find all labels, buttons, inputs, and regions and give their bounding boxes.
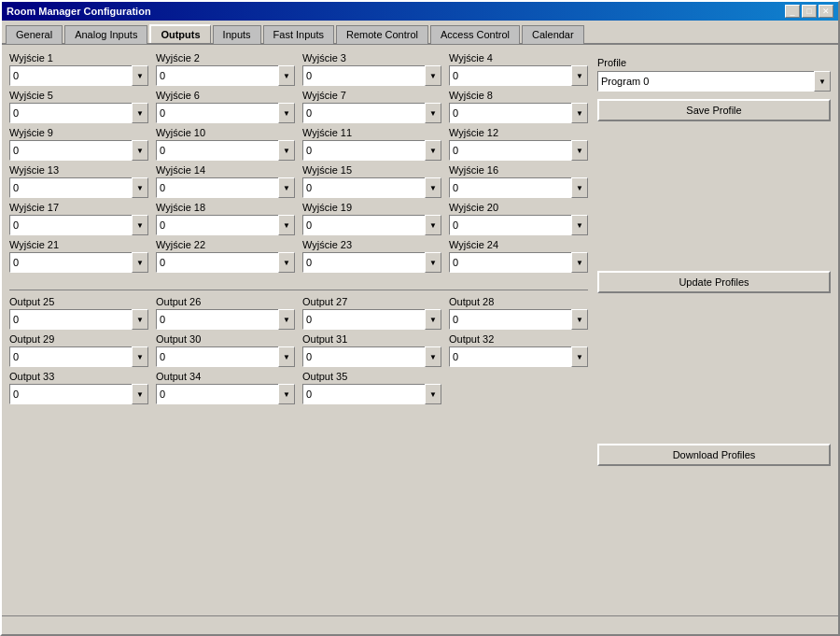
- left-panel: Wyjście 10▼Wyjście 20▼Wyjście 30▼Wyjście…: [9, 52, 588, 608]
- tab-fast-inputs[interactable]: Fast Inputs: [263, 25, 334, 44]
- output-select-13[interactable]: 0: [9, 177, 148, 198]
- main-window: Room Manager Configuration _ □ ✕ General…: [0, 0, 840, 636]
- output-label-26: Output 26: [156, 296, 295, 307]
- output-select-20[interactable]: 0: [449, 215, 588, 235]
- output-label-2: Wyjście 2: [156, 52, 295, 64]
- output-select-wrapper-11: 0▼: [302, 140, 441, 161]
- output-select-3[interactable]: 0: [302, 65, 441, 86]
- output-label-32: Output 32: [449, 333, 588, 345]
- output-select-wrapper-27: 0▼: [302, 309, 441, 330]
- output-label-12: Wyjście 12: [449, 127, 588, 138]
- output-select-2[interactable]: 0: [156, 65, 295, 86]
- output-select-27[interactable]: 0: [302, 309, 441, 330]
- output-select-wrapper-35: 0▼: [302, 384, 441, 404]
- output-select-wrapper-10: 0▼: [156, 140, 295, 161]
- output-select-29[interactable]: 0: [9, 346, 148, 367]
- output-label-4: Wyjście 4: [449, 52, 588, 64]
- output-select-35[interactable]: 0: [302, 384, 441, 404]
- output-select-12[interactable]: 0: [449, 140, 588, 161]
- download-profiles-button[interactable]: Download Profiles: [597, 444, 831, 466]
- output-select-14[interactable]: 0: [156, 177, 295, 198]
- output-select-15[interactable]: 0: [302, 177, 441, 198]
- output-select-11[interactable]: 0: [302, 140, 441, 161]
- output-item-24: Wyjście 240▼: [449, 239, 588, 273]
- profile-section: Profile Program 0 ▼: [597, 57, 831, 92]
- output-select-25[interactable]: 0: [9, 309, 148, 330]
- output-select-19[interactable]: 0: [302, 215, 441, 235]
- profile-select[interactable]: Program 0: [597, 71, 831, 92]
- output-select-wrapper-33: 0▼: [9, 384, 148, 404]
- output-select-17[interactable]: 0: [9, 215, 148, 235]
- output-select-wrapper-4: 0▼: [449, 65, 588, 86]
- output-item-34: Output 340▼: [156, 371, 295, 404]
- output-item-18: Wyjście 180▼: [156, 202, 295, 235]
- output-select-21[interactable]: 0: [9, 252, 148, 273]
- output-select-1[interactable]: 0: [9, 65, 148, 86]
- output-select-wrapper-21: 0▼: [9, 252, 148, 273]
- output-select-wrapper-15: 0▼: [302, 177, 441, 198]
- output-item-15: Wyjście 150▼: [302, 164, 441, 198]
- output-label-27: Output 27: [302, 296, 441, 307]
- output-label-8: Wyjście 8: [449, 90, 588, 101]
- output-label-24: Wyjście 24: [449, 239, 588, 250]
- output-select-18[interactable]: 0: [156, 215, 295, 235]
- output-select-9[interactable]: 0: [9, 140, 148, 161]
- output-select-4[interactable]: 0: [449, 65, 588, 86]
- tab-outputs[interactable]: Outputs: [149, 24, 210, 43]
- output-select-5[interactable]: 0: [9, 103, 148, 123]
- minimize-button[interactable]: _: [785, 5, 800, 18]
- maximize-button[interactable]: □: [802, 5, 817, 18]
- output-label-35: Output 35: [302, 371, 441, 382]
- output-select-28[interactable]: 0: [449, 309, 588, 330]
- output-select-10[interactable]: 0: [156, 140, 295, 161]
- output-select-34[interactable]: 0: [156, 384, 295, 404]
- output-select-22[interactable]: 0: [156, 252, 295, 273]
- output-label-20: Wyjście 20: [449, 202, 588, 213]
- output-select-32[interactable]: 0: [449, 346, 588, 367]
- tab-analog-inputs[interactable]: Analog Inputs: [64, 25, 147, 44]
- output-label-5: Wyjście 5: [9, 90, 148, 101]
- output-select-30[interactable]: 0: [156, 346, 295, 367]
- output-select-24[interactable]: 0: [449, 252, 588, 273]
- output-item-28: Output 280▼: [449, 296, 588, 330]
- output-item-19: Wyjście 190▼: [302, 202, 441, 235]
- right-panel: Profile Program 0 ▼ Save Profile Update …: [597, 52, 831, 608]
- output-select-wrapper-30: 0▼: [156, 346, 295, 367]
- output-select-6[interactable]: 0: [156, 103, 295, 123]
- window-title: Room Manager Configuration: [7, 6, 151, 17]
- output-select-16[interactable]: 0: [449, 177, 588, 198]
- output-select-31[interactable]: 0: [302, 346, 441, 367]
- output-select-8[interactable]: 0: [449, 103, 588, 123]
- output-select-7[interactable]: 0: [302, 103, 441, 123]
- tab-remote-control[interactable]: Remote Control: [336, 25, 428, 44]
- tab-calendar[interactable]: Calendar: [522, 25, 584, 44]
- close-button[interactable]: ✕: [819, 5, 833, 18]
- output-item-8: Wyjście 80▼: [449, 90, 588, 123]
- content-area: Wyjście 10▼Wyjście 20▼Wyjście 30▼Wyjście…: [2, 45, 838, 615]
- title-bar: Room Manager Configuration _ □ ✕: [2, 2, 838, 21]
- tab-inputs[interactable]: Inputs: [213, 25, 261, 44]
- output-select-26[interactable]: 0: [156, 309, 295, 330]
- output-label-19: Wyjście 19: [302, 202, 441, 213]
- output-select-wrapper-18: 0▼: [156, 215, 295, 235]
- save-profile-button[interactable]: Save Profile: [597, 99, 831, 121]
- output-select-23[interactable]: 0: [302, 252, 441, 273]
- output-select-wrapper-5: 0▼: [9, 103, 148, 123]
- output-item-14: Wyjście 140▼: [156, 164, 295, 198]
- output-label-31: Output 31: [302, 333, 441, 345]
- output-select-33[interactable]: 0: [9, 384, 148, 404]
- output-select-wrapper-17: 0▼: [9, 215, 148, 235]
- tab-access-control[interactable]: Access Control: [430, 25, 520, 44]
- output-label-6: Wyjście 6: [156, 90, 295, 101]
- update-profiles-button[interactable]: Update Profiles: [597, 271, 831, 293]
- output-item-35: Output 350▼: [302, 371, 441, 404]
- output-select-wrapper-16: 0▼: [449, 177, 588, 198]
- output-select-wrapper-3: 0▼: [302, 65, 441, 86]
- output-label-23: Wyjście 23: [302, 239, 441, 250]
- output-label-21: Wyjście 21: [9, 239, 148, 250]
- output-select-wrapper-8: 0▼: [449, 103, 588, 123]
- output-label-13: Wyjście 13: [9, 164, 148, 176]
- outputs-grid-2: Output 250▼Output 260▼Output 270▼Output …: [9, 296, 588, 404]
- tab-general[interactable]: General: [6, 25, 63, 44]
- output-select-wrapper-22: 0▼: [156, 252, 295, 273]
